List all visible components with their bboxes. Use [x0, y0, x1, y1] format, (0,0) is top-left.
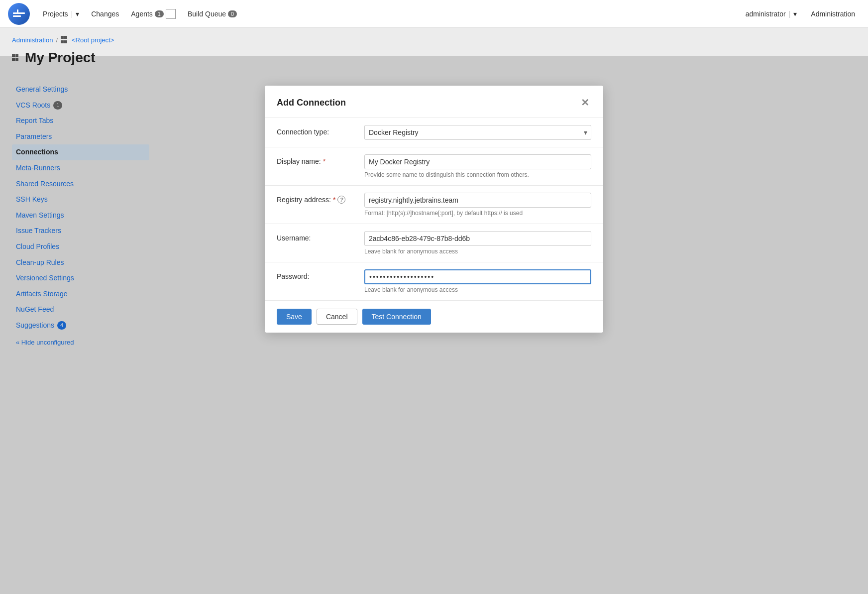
modal-footer: Save Cancel Test Connection — [265, 300, 603, 333]
connection-type-select-wrap: Docker Registry GitHub GitLab Bitbucket … — [364, 125, 591, 140]
registry-address-input[interactable] — [364, 193, 591, 208]
form-row-display-name: Display name: * Provide some name to dis… — [265, 147, 603, 185]
modal-header: Add Connection ✕ — [265, 86, 603, 118]
registry-address-label: Registry address: * ? — [277, 193, 356, 204]
connection-type-label: Connection type: — [277, 125, 356, 136]
page-background: Administration / <Root project> My Proje… — [0, 28, 868, 594]
breadcrumb-sep1: / — [56, 36, 58, 44]
user-dropdown-icon: ▾ — [793, 10, 797, 18]
svg-rect-3 — [17, 9, 18, 12]
svg-rect-1 — [13, 12, 25, 14]
projects-dropdown-icon: ▾ — [76, 10, 79, 18]
root-project-grid-icon — [61, 36, 69, 44]
display-name-label: Display name: * — [277, 154, 356, 165]
add-connection-modal: Add Connection ✕ Connection type: Docker… — [265, 86, 603, 333]
registry-address-hint: Format: [http(s)://]hostname[:port], by … — [364, 210, 591, 217]
nav-administration[interactable]: Administration — [806, 7, 860, 21]
username-wrap: Leave blank for anonymous access — [364, 231, 591, 255]
username-label: Username: — [277, 231, 356, 242]
registry-address-wrap: Format: [http(s)://]hostname[:port], by … — [364, 193, 591, 217]
display-name-required: * — [323, 157, 326, 165]
registry-address-help-icon[interactable]: ? — [337, 196, 345, 204]
form-row-connection-type: Connection type: Docker Registry GitHub … — [265, 118, 603, 147]
password-wrap: Leave blank for anonymous access — [364, 269, 591, 293]
username-input[interactable] — [364, 231, 591, 246]
registry-address-required: * — [333, 196, 335, 204]
test-connection-button[interactable]: Test Connection — [362, 309, 431, 325]
password-input[interactable] — [364, 269, 591, 284]
connection-type-select[interactable]: Docker Registry GitHub GitLab Bitbucket … — [364, 125, 591, 140]
breadcrumb-root-link[interactable]: <Root project> — [72, 36, 114, 44]
form-row-username: Username: Leave blank for anonymous acce… — [265, 224, 603, 262]
form-row-password: Password: Leave blank for anonymous acce… — [265, 262, 603, 300]
password-label: Password: — [277, 269, 356, 280]
top-navigation: Projects | ▾ Changes Agents 1 Build Queu… — [0, 0, 868, 28]
nav-changes[interactable]: Changes — [86, 7, 124, 21]
modal-title: Add Connection — [277, 98, 346, 108]
nav-right: administrator | ▾ Administration — [741, 7, 860, 21]
display-name-hint: Provide some name to distinguish this co… — [364, 171, 591, 178]
display-name-wrap: Provide some name to distinguish this co… — [364, 154, 591, 178]
nav-agents[interactable]: Agents 1 — [126, 6, 181, 22]
password-hint: Leave blank for anonymous access — [364, 286, 591, 293]
nav-user[interactable]: administrator | ▾ — [741, 7, 802, 21]
nav-projects[interactable]: Projects | ▾ — [38, 7, 84, 21]
cancel-button[interactable]: Cancel — [317, 309, 357, 325]
username-hint: Leave blank for anonymous access — [364, 248, 591, 255]
agents-square-icon — [166, 9, 176, 19]
nav-items: Projects | ▾ Changes Agents 1 Build Queu… — [38, 6, 741, 22]
tc-logo[interactable] — [8, 3, 30, 25]
breadcrumb-admin-link[interactable]: Administration — [12, 36, 53, 44]
form-row-registry-address: Registry address: * ? Format: [http(s):/… — [265, 185, 603, 224]
save-button[interactable]: Save — [277, 309, 312, 325]
nav-build-queue[interactable]: Build Queue 0 — [183, 7, 242, 21]
svg-rect-2 — [13, 15, 21, 17]
display-name-input[interactable] — [364, 154, 591, 169]
modal-close-button[interactable]: ✕ — [579, 96, 591, 110]
main-area: General Settings VCS Roots 1 Report Tabs… — [0, 76, 868, 357]
modal-overlay: Add Connection ✕ Connection type: Docker… — [0, 56, 868, 594]
breadcrumb: Administration / <Root project> — [0, 28, 868, 48]
connection-type-wrap: Docker Registry GitHub GitLab Bitbucket … — [364, 125, 591, 140]
